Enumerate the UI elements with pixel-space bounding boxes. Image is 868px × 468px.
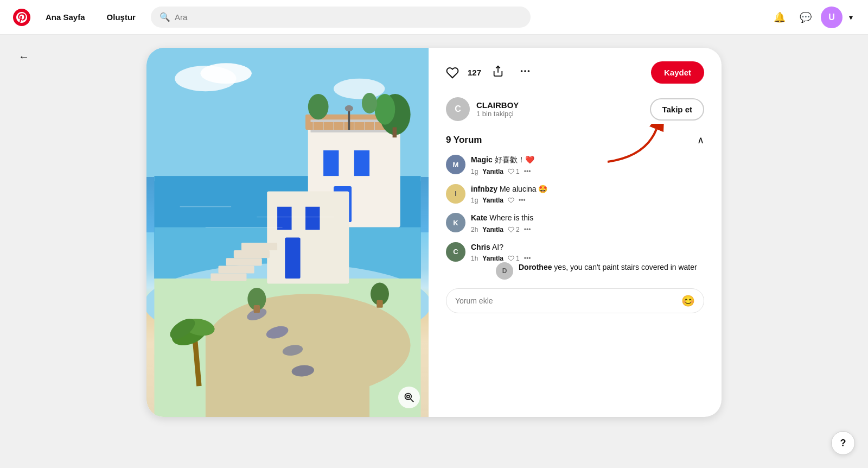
header: Ana Sayfa Oluştur 🔍 🔔 💬 U ▾	[0, 0, 868, 35]
comment-input[interactable]	[455, 296, 677, 305]
like-button[interactable]	[446, 66, 459, 79]
comments-header: 9 Yorum ∧	[446, 134, 704, 146]
comment-avatar[interactable]: K	[446, 213, 465, 232]
nested-comment: D Dorothee yes, you can't paint stairs c…	[496, 262, 704, 280]
comment-text: Dorothee yes, you can't paint stairs cov…	[519, 262, 704, 273]
comment-body: Magic 好喜歡！❤️ 1g Yanıtla 1 •••	[471, 155, 704, 175]
comment-time: 1g	[471, 168, 478, 175]
comment-item: C Chris AI? 1h Yanıtla 1	[446, 242, 704, 280]
comments-title: 9 Yorum	[446, 135, 482, 146]
svg-line-58	[411, 399, 414, 402]
author-info: CLAIRBOY 1 bin takipçi	[476, 100, 643, 118]
svg-point-61	[521, 70, 523, 72]
pin-image-side	[146, 48, 429, 417]
comment-meta: 1g Yanıtla 1 •••	[471, 168, 704, 175]
svg-rect-13	[323, 150, 339, 176]
author-section: C CLAIRBOY 1 bin takipçi Takip et	[446, 97, 704, 121]
save-button[interactable]: Kaydet	[651, 61, 704, 84]
comment-like-button[interactable]: 1	[508, 255, 520, 262]
search-icon: 🔍	[159, 12, 170, 22]
svg-point-56	[345, 105, 353, 111]
comment-more-button[interactable]: •••	[524, 255, 531, 262]
main-content: 127 Kaydet	[0, 0, 868, 468]
messages-button[interactable]: 💬	[795, 7, 816, 28]
share-button[interactable]	[488, 61, 508, 84]
svg-rect-55	[348, 109, 350, 130]
svg-point-63	[528, 70, 530, 72]
header-actions: 🔔 💬 U ▾	[769, 7, 855, 28]
like-count: 127	[468, 68, 481, 77]
more-options-button[interactable]	[515, 61, 535, 84]
help-button[interactable]: ?	[831, 431, 855, 455]
comment-input-section: 😊	[446, 288, 704, 313]
comment-item: M Magic 好喜歡！❤️ 1g Yanıtla	[446, 155, 704, 175]
user-avatar[interactable]: U	[821, 7, 843, 28]
comment-item: K Kate Where is this 2h Yanıtla	[446, 213, 704, 233]
comment-like-button[interactable]: 1	[508, 168, 520, 175]
svg-point-3	[200, 63, 251, 84]
svg-point-4	[334, 79, 385, 99]
search-input[interactable]	[175, 12, 522, 22]
svg-rect-28	[305, 207, 320, 230]
author-followers: 1 bin takipçi	[476, 110, 643, 118]
pin-image	[146, 48, 429, 417]
comment-reply-button[interactable]: Yanıtla	[482, 168, 503, 175]
comment-text: Kate Where is this	[471, 213, 704, 224]
comment-meta: 1h Yanıtla 1 •••	[471, 255, 704, 262]
comment-time: 1h	[471, 255, 478, 262]
comment-more-button[interactable]: •••	[524, 226, 531, 233]
author-name[interactable]: CLAIRBOY	[476, 100, 643, 110]
pin-container: 127 Kaydet	[146, 48, 722, 417]
comment-avatar[interactable]: D	[496, 262, 513, 280]
comments-section: 9 Yorum ∧ M Magic 好喜歡！❤️ 1g Yanıtla	[446, 134, 704, 313]
comment-more-button[interactable]: •••	[519, 197, 526, 204]
svg-rect-14	[354, 150, 369, 176]
svg-rect-34	[210, 274, 246, 281]
action-bar: 127 Kaydet	[446, 61, 704, 84]
profile-chevron[interactable]: ▾	[847, 11, 855, 24]
comment-meta: 1g Yanıtla •••	[471, 197, 704, 204]
visual-search-button[interactable]	[398, 387, 420, 408]
emoji-button[interactable]: 😊	[681, 294, 695, 307]
comment-avatar[interactable]: M	[446, 155, 465, 174]
comment-avatar[interactable]: C	[446, 242, 465, 262]
svg-point-43	[362, 93, 377, 113]
notifications-button[interactable]: 🔔	[769, 7, 790, 28]
comment-reply-button[interactable]: Yanıtla	[482, 197, 503, 204]
follow-button[interactable]: Takip et	[650, 98, 704, 121]
comment-body: Kate Where is this 2h Yanıtla 2 •	[471, 213, 704, 233]
back-button[interactable]: ←	[13, 46, 35, 67]
comment-reply-button[interactable]: Yanıtla	[482, 255, 503, 262]
nav-create[interactable]: Oluştur	[100, 8, 142, 26]
svg-point-57	[405, 394, 412, 400]
svg-point-40	[375, 94, 395, 125]
comment-text: infnbzy Me alucina 🤩	[471, 184, 704, 195]
svg-rect-10	[206, 330, 369, 417]
collapse-comments-button[interactable]: ∧	[697, 134, 704, 146]
svg-point-59	[407, 395, 410, 398]
svg-rect-31	[234, 250, 270, 258]
comment-body: Dorothee yes, you can't paint stairs cov…	[519, 262, 704, 273]
comment-more-button[interactable]: •••	[524, 168, 531, 175]
author-avatar[interactable]: C	[446, 97, 470, 121]
comment-like-button[interactable]: 2	[508, 226, 520, 233]
nav-home[interactable]: Ana Sayfa	[39, 8, 92, 26]
svg-rect-41	[393, 127, 397, 137]
svg-rect-47	[376, 300, 382, 308]
search-bar: 🔍	[151, 7, 531, 28]
comment-like-button[interactable]	[508, 197, 514, 204]
pinterest-logo[interactable]	[13, 9, 30, 26]
comment-text: Chris AI?	[471, 242, 704, 253]
svg-rect-26	[267, 191, 349, 283]
comment-body: infnbzy Me alucina 🤩 1g Yanıtla •••	[471, 184, 704, 205]
svg-point-62	[524, 70, 526, 72]
svg-rect-27	[277, 207, 291, 230]
comment-meta: 2h Yanıtla 2 •••	[471, 226, 704, 233]
svg-rect-30	[241, 243, 277, 250]
comment-avatar[interactable]: I	[446, 184, 465, 204]
comment-text: Magic 好喜歡！❤️	[471, 155, 704, 166]
pin-right-panel: 127 Kaydet	[429, 48, 722, 417]
comment-reply-button[interactable]: Yanıtla	[482, 226, 503, 233]
svg-rect-29	[285, 237, 300, 279]
svg-point-42	[308, 94, 329, 119]
